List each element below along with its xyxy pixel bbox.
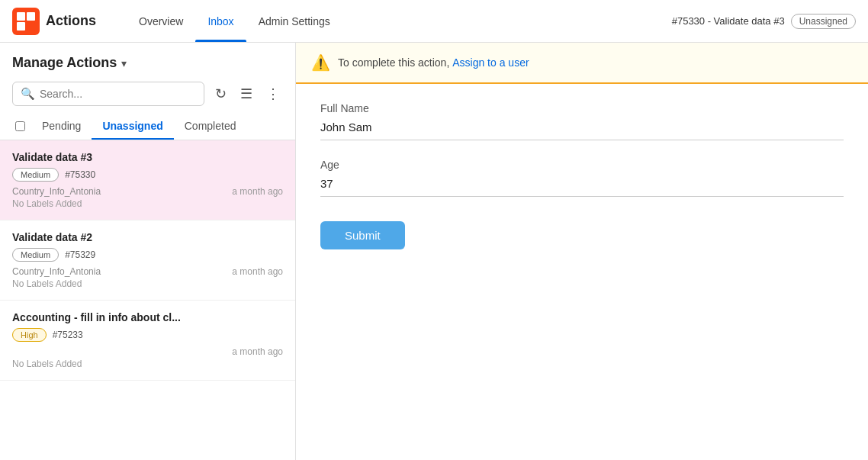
select-all-input[interactable] [15,121,25,131]
age-label: Age [320,159,844,171]
action-time: a month ago [232,346,283,357]
search-input[interactable] [40,88,196,100]
priority-badge: High [12,328,47,342]
action-id: #75330 [65,169,95,180]
age-value: 37 [320,177,844,197]
search-icon: 🔍 [21,87,35,101]
tab-completed[interactable]: Completed [174,112,247,140]
select-all-checkbox[interactable] [9,121,31,131]
action-badge: #75330 - Validate data #3 Unassigned [672,14,856,29]
item-footer: a month ago [12,346,283,357]
action-id: #75233 [53,330,83,340]
full-name-label: Full Name [320,102,844,114]
item-footer: Country_Info_Antonia a month ago [12,186,283,197]
action-title: #75330 - Validate data #3 [672,15,785,27]
header-action-info: #75330 - Validate data #3 Unassigned [672,14,856,29]
tab-admin-settings[interactable]: Admin Settings [246,0,342,42]
uipath-logo [12,8,40,35]
action-labels: No Labels Added [12,359,283,369]
tab-unassigned[interactable]: Unassigned [92,112,173,140]
sidebar-search-row: 🔍 ↻ ☰ ⋮ [0,77,295,112]
item-title: Validate data #2 [12,231,283,243]
logo-area: Actions [12,8,96,35]
search-box: 🔍 [12,82,204,106]
list-tabs: Pending Unassigned Completed [0,112,295,140]
sidebar-title: Manage Actions [12,55,117,71]
list-item[interactable]: Accounting - fill in info about cl... Hi… [0,301,295,381]
priority-badge: Medium [12,248,59,262]
action-time: a month ago [232,186,283,197]
warning-text: To complete this action, Assign to a use… [338,56,529,69]
list-item[interactable]: Validate data #2 Medium #75329 Country_I… [0,220,295,301]
item-title: Validate data #3 [12,151,283,163]
action-source: Country_Info_Antonia [12,186,101,197]
sidebar: Manage Actions ▾ 🔍 ↻ ☰ ⋮ Pending Unassig… [0,43,296,460]
action-list: Validate data #3 Medium #75330 Country_I… [0,140,295,460]
warning-static-text: To complete this action, [338,56,449,69]
assign-to-user-link[interactable]: Assign to a user [452,56,529,69]
full-name-value: John Sam [320,121,844,140]
more-options-button[interactable]: ⋮ [263,82,283,105]
form-area: Full Name John Sam Age 37 Submit [296,84,868,268]
priority-badge: Medium [12,168,59,182]
tab-inbox[interactable]: Inbox [195,0,246,42]
item-meta: Medium #75329 [12,248,283,262]
tab-pending[interactable]: Pending [31,112,92,140]
item-title: Accounting - fill in info about cl... [12,311,283,323]
action-id: #75329 [65,249,95,260]
full-name-field-group: Full Name John Sam [320,102,844,140]
submit-button[interactable]: Submit [320,221,405,249]
header: Actions Overview Inbox Admin Settings #7… [0,0,868,43]
item-footer: Country_Info_Antonia a month ago [12,266,283,277]
chevron-down-icon[interactable]: ▾ [121,57,127,69]
filter-button[interactable]: ☰ [237,82,256,105]
tab-overview[interactable]: Overview [127,0,195,42]
unassigned-tag: Unassigned [791,14,856,29]
refresh-button[interactable]: ↻ [212,82,230,105]
action-labels: No Labels Added [12,198,283,209]
body-layout: Manage Actions ▾ 🔍 ↻ ☰ ⋮ Pending Unassig… [0,43,868,460]
age-field-group: Age 37 [320,159,844,197]
nav-tabs: Overview Inbox Admin Settings [127,0,342,42]
list-item[interactable]: Validate data #3 Medium #75330 Country_I… [0,140,295,220]
main-content: ⚠️ To complete this action, Assign to a … [296,43,868,460]
sidebar-header: Manage Actions ▾ [0,43,295,77]
action-time: a month ago [232,266,283,277]
action-labels: No Labels Added [12,278,283,289]
warning-banner: ⚠️ To complete this action, Assign to a … [296,43,868,84]
action-source: Country_Info_Antonia [12,266,101,277]
item-meta: High #75233 [12,328,283,342]
app-name: Actions [46,13,96,29]
item-meta: Medium #75330 [12,168,283,182]
warning-icon: ⚠️ [311,53,330,72]
